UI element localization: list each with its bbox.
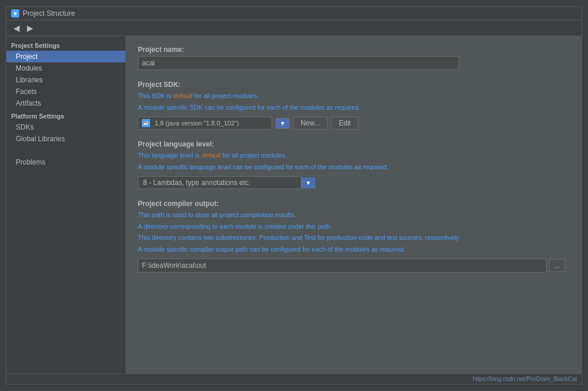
- window-icon: ■: [11, 9, 19, 18]
- sdk-description-1: This SDK is default for all project modu…: [138, 91, 570, 101]
- sidebar-item-facets[interactable]: Facets: [6, 86, 126, 97]
- new-sdk-button[interactable]: New...: [293, 117, 328, 130]
- project-settings-header: Project Settings: [6, 39, 126, 51]
- compiler-desc-1: This path is used to store all project c…: [138, 210, 570, 220]
- lang-selector-row: 8 - Lambdas, type annotations etc. ▼: [138, 176, 570, 189]
- project-compiler-output-group: Project compiler output: This path is us…: [138, 200, 570, 273]
- forward-button[interactable]: ▶: [25, 23, 36, 33]
- sdk-dropdown-arrow[interactable]: ▼: [276, 118, 290, 129]
- compiler-desc-2: A directory corresponding to each module…: [138, 222, 570, 232]
- project-name-label: Project name:: [138, 46, 570, 54]
- lang-description-2: A module specific language level can be …: [138, 162, 570, 172]
- project-language-level-group: Project language level: This language le…: [138, 140, 570, 189]
- compiler-output-input[interactable]: [138, 259, 547, 273]
- sdk-selector-row: ☕ 1.8 (java version "1.8.0_102") ▼ New..…: [138, 117, 570, 130]
- sdk-dropdown[interactable]: ☕ 1.8 (java version "1.8.0_102"): [138, 117, 272, 130]
- toolbar: ◀ ▶: [6, 20, 582, 36]
- compiler-desc-4: A module specific compiler output path c…: [138, 245, 570, 254]
- sidebar-item-libraries[interactable]: Libraries: [6, 74, 126, 86]
- sdk-java-icon: ☕: [142, 119, 150, 127]
- lang-description-1: This language level is default for all p…: [138, 151, 570, 160]
- project-structure-window: ■ Project Structure ◀ ▶ Project Settings…: [6, 6, 582, 385]
- back-button[interactable]: ◀: [11, 23, 22, 33]
- lang-value: 8 - Lambdas, type annotations etc.: [143, 179, 250, 187]
- sidebar-item-project[interactable]: Project: [6, 51, 126, 62]
- edit-sdk-button[interactable]: Edit: [331, 117, 359, 130]
- browse-button[interactable]: ...: [549, 259, 565, 272]
- bottom-url: https://blog.csdn.net/ProGram_BlackCat: [473, 376, 577, 382]
- sidebar-item-sdks[interactable]: SDKs: [6, 121, 126, 133]
- window-title: Project Structure: [23, 9, 75, 18]
- sidebar: Project Settings Project Modules Librari…: [6, 36, 126, 373]
- sidebar-item-global-libraries[interactable]: Global Libraries: [6, 133, 126, 145]
- platform-settings-header: Platform Settings: [6, 109, 126, 121]
- sidebar-item-problems[interactable]: Problems: [6, 156, 126, 168]
- lang-dropdown-arrow[interactable]: ▼: [301, 177, 315, 188]
- sdk-value: 1.8 (java version "1.8.0_102"): [155, 120, 239, 127]
- sidebar-item-artifacts[interactable]: Artifacts: [6, 97, 126, 109]
- sdk-description-2: A module specific SDK can be configured …: [138, 103, 570, 113]
- compiler-output-label: Project compiler output:: [138, 200, 570, 208]
- content-area: Project Settings Project Modules Librari…: [6, 36, 582, 373]
- project-language-label: Project language level:: [138, 140, 570, 148]
- project-sdk-group: Project SDK: This SDK is default for all…: [138, 81, 570, 130]
- project-name-group: Project name:: [138, 46, 570, 70]
- project-name-input[interactable]: [138, 56, 459, 70]
- compiler-desc-3: This directory contains two subdirectori…: [138, 233, 570, 243]
- lang-dropdown[interactable]: 8 - Lambdas, type annotations etc.: [138, 176, 301, 189]
- main-content: Project name: Project SDK: This SDK is d…: [126, 36, 582, 373]
- title-bar: ■ Project Structure: [6, 7, 582, 20]
- sidebar-item-modules[interactable]: Modules: [6, 62, 126, 74]
- project-sdk-label: Project SDK:: [138, 81, 570, 89]
- compiler-path-row: ...: [138, 259, 570, 273]
- bottom-bar: https://blog.csdn.net/ProGram_BlackCat: [6, 373, 582, 384]
